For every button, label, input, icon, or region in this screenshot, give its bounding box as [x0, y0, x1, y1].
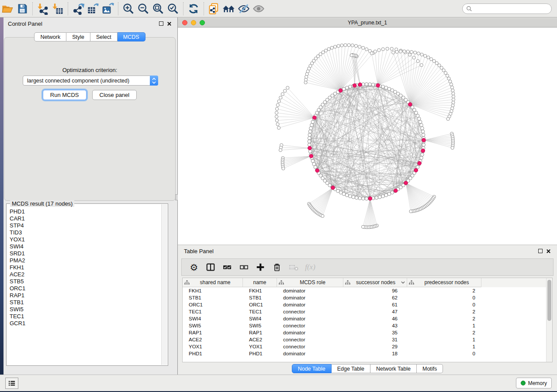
- import-network-icon[interactable]: [35, 2, 50, 15]
- table-cell: ORC1: [183, 301, 243, 308]
- toolbar-separator: [183, 2, 183, 15]
- mcds-result-scrollbar[interactable]: [161, 204, 167, 365]
- table-settings-gear-icon[interactable]: ⚙: [188, 261, 200, 273]
- table-cell: STB1: [243, 294, 277, 301]
- dropdown-stepper-icon: [150, 76, 158, 86]
- table-cell: TEC1: [243, 308, 277, 315]
- mcds-result-item[interactable]: GCR1: [10, 320, 161, 327]
- network-canvas[interactable]: [178, 28, 557, 244]
- mcds-result-item[interactable]: STB5: [10, 278, 161, 285]
- mcds-result-list[interactable]: PHD1CAR1STP4TID3YOX1SWI4SRD1PMA2FKH1ACE2…: [7, 208, 161, 365]
- hide-selected-icon[interactable]: [236, 2, 251, 15]
- select-all-columns-icon[interactable]: [221, 261, 233, 273]
- mcds-result-item[interactable]: PMA2: [10, 257, 161, 264]
- delete-column-icon[interactable]: [271, 261, 283, 273]
- mcds-result-item[interactable]: PHD1: [10, 208, 161, 215]
- mcds-result-item[interactable]: STB1: [10, 299, 161, 306]
- mcds-result-item[interactable]: CAR1: [10, 215, 161, 222]
- node-table: shared namenameMCDS rolesuccessor nodesp…: [182, 278, 553, 362]
- close-panel-button[interactable]: Close panel: [92, 90, 137, 100]
- open-file-icon[interactable]: [0, 2, 15, 15]
- control-panel-title: Control Panel: [8, 21, 42, 27]
- mcds-result-item[interactable]: STP4: [10, 222, 161, 229]
- memory-button[interactable]: Memory: [516, 378, 552, 389]
- table-cell: connector: [277, 336, 343, 343]
- tab-select[interactable]: Select: [90, 32, 118, 41]
- create-column-icon[interactable]: [254, 261, 266, 273]
- save-session-icon[interactable]: [15, 2, 30, 15]
- table-cell: 0: [407, 301, 481, 308]
- tab-mcds[interactable]: MCDS: [118, 32, 145, 41]
- column-header-MCDS-role[interactable]: MCDS role: [277, 278, 343, 287]
- mcds-result-item[interactable]: ACE2: [10, 271, 161, 278]
- table-row[interactable]: TEC1TEC1connector472: [183, 308, 546, 315]
- refresh-layout-icon[interactable]: [186, 2, 201, 15]
- network-fan-nodes[interactable]: [275, 44, 455, 229]
- zoom-out-icon[interactable]: [136, 2, 151, 15]
- criterion-dropdown[interactable]: largest connected component (undirected): [23, 76, 158, 86]
- column-header-name[interactable]: name: [243, 278, 277, 287]
- network-window-titlebar[interactable]: YPA_prune.txt_1: [178, 18, 557, 28]
- column-header-predecessor-nodes[interactable]: predecessor nodes: [407, 278, 481, 287]
- main-toolbar: [0, 0, 557, 17]
- mcds-result-item[interactable]: FKH1: [10, 264, 161, 271]
- search-input[interactable]: [472, 6, 548, 12]
- close-panel-icon[interactable]: [167, 21, 172, 26]
- toolbar-search[interactable]: [462, 3, 552, 14]
- table-cell: 43: [343, 322, 407, 329]
- mcds-result-item[interactable]: SWI5: [10, 306, 161, 313]
- zoom-selected-icon[interactable]: [166, 2, 180, 15]
- task-history-button[interactable]: [5, 378, 18, 389]
- table-toolbar: ⚙ f(x): [181, 258, 554, 276]
- mcds-result-item[interactable]: SWI4: [10, 243, 161, 250]
- duplicate-network-icon[interactable]: [207, 2, 221, 15]
- table-row[interactable]: SWI4SWI4dominator462: [183, 315, 546, 322]
- show-selected-icon[interactable]: [251, 2, 266, 15]
- table-row[interactable]: ORC1ORC1dominator610: [183, 301, 546, 308]
- import-table-icon[interactable]: [50, 2, 65, 15]
- table-cell: 2: [407, 329, 481, 336]
- table-row[interactable]: PHD1PHD1dominator180: [183, 350, 546, 357]
- tab-motifs[interactable]: Motifs: [417, 364, 443, 373]
- table-cell: YOX1: [183, 343, 243, 350]
- zoom-fit-icon[interactable]: [151, 2, 166, 15]
- export-table-icon[interactable]: [86, 2, 100, 15]
- tab-network[interactable]: Network: [34, 32, 66, 41]
- run-mcds-button[interactable]: Run MCDS: [43, 90, 86, 100]
- mcds-result-item[interactable]: SRD1: [10, 250, 161, 257]
- table-row[interactable]: FKH1FKH1dominator962: [183, 287, 546, 294]
- mcds-result-item[interactable]: TEC1: [10, 313, 161, 320]
- mcds-result-item[interactable]: YOX1: [10, 236, 161, 243]
- column-header-successor-nodes[interactable]: successor nodes: [343, 278, 407, 287]
- unselect-all-columns-icon[interactable]: [238, 261, 250, 273]
- tab-style[interactable]: Style: [66, 32, 90, 41]
- export-image-icon[interactable]: [100, 2, 115, 15]
- tab-node-table[interactable]: Node Table: [292, 364, 332, 373]
- table-scrollbar[interactable]: [546, 278, 552, 362]
- control-panel: Control Panel NetworkStyleSelectMCDS Opt…: [3, 17, 176, 375]
- table-row[interactable]: STB1STB1dominator620: [183, 294, 546, 301]
- show-columns-icon[interactable]: [204, 261, 217, 273]
- table-scrollbar-thumb[interactable]: [547, 280, 551, 321]
- table-cell: 2: [407, 287, 481, 294]
- table-row[interactable]: YOX1YOX1connector291: [183, 343, 546, 350]
- tab-edge-table[interactable]: Edge Table: [332, 364, 370, 373]
- close-table-panel-icon[interactable]: [546, 249, 551, 254]
- table-row[interactable]: SWI5SWI5connector431: [183, 322, 546, 329]
- table-row[interactable]: ACE2ACE2connector311: [183, 336, 546, 343]
- show-all-networks-icon[interactable]: [221, 2, 236, 15]
- table-row[interactable]: RAP1RAP1dominator352: [183, 329, 546, 336]
- mcds-result-item[interactable]: ORC1: [10, 285, 161, 292]
- table-cell: 18: [343, 350, 407, 357]
- float-panel-icon[interactable]: [159, 21, 163, 26]
- table-tabs: Node TableEdge TableNetwork TableMotifs: [178, 364, 557, 373]
- column-header-shared-name[interactable]: shared name: [183, 278, 243, 287]
- mcds-result-item[interactable]: RAP1: [10, 292, 161, 299]
- zoom-in-icon[interactable]: [121, 2, 136, 15]
- tab-network-table[interactable]: Network Table: [370, 364, 417, 373]
- table-cell: RAP1: [183, 329, 243, 336]
- table-cell: ORC1: [243, 301, 277, 308]
- export-network-icon[interactable]: [71, 2, 86, 15]
- mcds-result-item[interactable]: TID3: [10, 229, 161, 236]
- float-table-panel-icon[interactable]: [538, 249, 543, 253]
